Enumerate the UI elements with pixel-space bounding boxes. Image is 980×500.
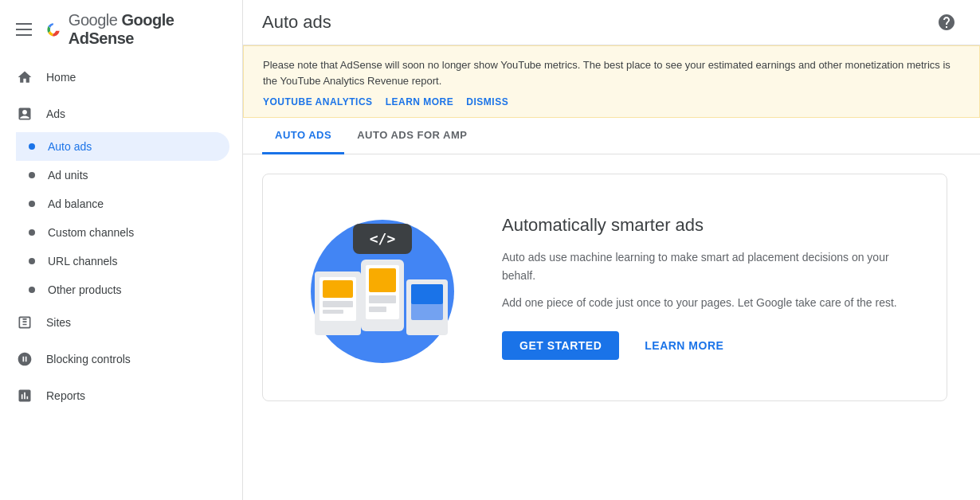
sidebar-item-url-channels-label: URL channels bbox=[48, 255, 117, 268]
tabs: AUTO ADS AUTO ADS FOR AMP bbox=[243, 118, 980, 154]
sidebar-item-home[interactable]: Home bbox=[0, 59, 229, 96]
sidebar-item-ads-label: Ads bbox=[46, 107, 65, 120]
card-title: Automatically smarter ads bbox=[502, 215, 915, 236]
get-started-button[interactable]: GET STARTED bbox=[502, 331, 619, 360]
url-channels-dot bbox=[29, 258, 35, 264]
banner-actions: YOUTUBE ANALYTICS LEARN MORE DISMISS bbox=[263, 95, 960, 109]
svg-rect-11 bbox=[369, 307, 386, 312]
main-content: Auto ads Please note that AdSense will s… bbox=[243, 0, 980, 500]
other-products-dot bbox=[29, 287, 35, 293]
topbar: Auto ads bbox=[243, 0, 980, 45]
auto-ads-illustration: </> bbox=[299, 200, 466, 375]
help-icon[interactable] bbox=[932, 8, 961, 37]
svg-rect-9 bbox=[369, 268, 396, 292]
blocking-controls-icon bbox=[16, 350, 33, 368]
sidebar-item-sites-label: Sites bbox=[46, 316, 71, 329]
notification-banner: Please note that AdSense will soon no lo… bbox=[243, 45, 980, 118]
logo-area: Google Google AdSense bbox=[43, 11, 229, 48]
ads-subnav: Auto ads Ad units Ad balance Custom chan… bbox=[0, 132, 242, 304]
sidebar-item-reports-label: Reports bbox=[46, 389, 85, 402]
svg-rect-4 bbox=[323, 280, 353, 298]
svg-text:</>: </> bbox=[370, 230, 396, 247]
card-container: </> Automatically smarter ads Auto ads u… bbox=[243, 154, 980, 420]
sidebar-item-other-products-label: Other products bbox=[48, 283, 122, 296]
custom-channels-dot bbox=[29, 229, 35, 236]
sidebar-item-url-channels[interactable]: URL channels bbox=[16, 247, 229, 275]
logo-text: Google Google AdSense bbox=[69, 11, 229, 48]
auto-ads-dot bbox=[29, 143, 35, 150]
card-action-buttons: GET STARTED LEARN MORE bbox=[502, 331, 915, 360]
svg-rect-6 bbox=[323, 310, 343, 314]
card-content: Automatically smarter ads Auto ads use m… bbox=[502, 215, 915, 359]
sidebar-item-custom-channels[interactable]: Custom channels bbox=[16, 218, 229, 247]
hamburger-menu-icon[interactable] bbox=[13, 20, 35, 39]
sidebar-item-ad-balance-label: Ad balance bbox=[48, 197, 104, 210]
sidebar-item-ads[interactable]: Ads bbox=[0, 96, 229, 132]
sites-icon bbox=[16, 314, 33, 331]
home-icon bbox=[16, 68, 33, 86]
sidebar-item-home-label: Home bbox=[46, 71, 76, 84]
sidebar-item-ad-units-label: Ad units bbox=[48, 169, 88, 182]
content-area: Please note that AdSense will soon no lo… bbox=[243, 45, 980, 500]
sidebar-item-blocking-controls[interactable]: Blocking controls bbox=[0, 341, 229, 377]
sidebar-item-ad-units[interactable]: Ad units bbox=[16, 161, 229, 189]
card-desc-1: Auto ads use machine learning to make sm… bbox=[502, 248, 915, 284]
banner-text: Please note that AdSense will soon no lo… bbox=[263, 57, 960, 88]
sidebar-header: Google Google AdSense bbox=[0, 0, 242, 59]
page-title: Auto ads bbox=[262, 12, 331, 33]
sidebar-item-auto-ads-label: Auto ads bbox=[48, 140, 92, 153]
card-desc-2: Add one piece of code just once to your … bbox=[502, 294, 915, 311]
sidebar-item-ad-balance[interactable]: Ad balance bbox=[16, 189, 229, 218]
learn-more-button[interactable]: LEARN MORE bbox=[632, 331, 736, 360]
youtube-analytics-link[interactable]: YOUTUBE ANALYTICS bbox=[263, 95, 373, 109]
ads-icon bbox=[16, 105, 33, 123]
reports-icon bbox=[16, 387, 33, 404]
sidebar-item-reports[interactable]: Reports bbox=[0, 377, 229, 414]
tab-auto-ads[interactable]: AUTO ADS bbox=[262, 118, 344, 154]
sidebar-item-blocking-controls-label: Blocking controls bbox=[46, 353, 131, 365]
learn-more-banner-link[interactable]: LEARN MORE bbox=[386, 95, 454, 109]
sidebar: Google Google AdSense Home Ads Auto ads … bbox=[0, 0, 243, 500]
auto-ads-card: </> Automatically smarter ads Auto ads u… bbox=[262, 174, 947, 401]
sidebar-item-sites[interactable]: Sites bbox=[0, 304, 229, 341]
google-logo-icon bbox=[43, 18, 64, 41]
dismiss-link[interactable]: DISMISS bbox=[466, 95, 508, 109]
svg-rect-5 bbox=[323, 301, 353, 307]
sidebar-item-other-products[interactable]: Other products bbox=[16, 275, 229, 304]
card-illustration: </> bbox=[295, 200, 470, 375]
ad-balance-dot bbox=[29, 201, 35, 207]
svg-rect-10 bbox=[369, 295, 396, 303]
tab-auto-ads-amp[interactable]: AUTO ADS FOR AMP bbox=[344, 118, 480, 154]
ad-units-dot bbox=[29, 172, 35, 178]
sidebar-item-custom-channels-label: Custom channels bbox=[48, 226, 134, 239]
svg-rect-14 bbox=[411, 284, 443, 304]
sidebar-item-auto-ads[interactable]: Auto ads bbox=[16, 132, 229, 161]
